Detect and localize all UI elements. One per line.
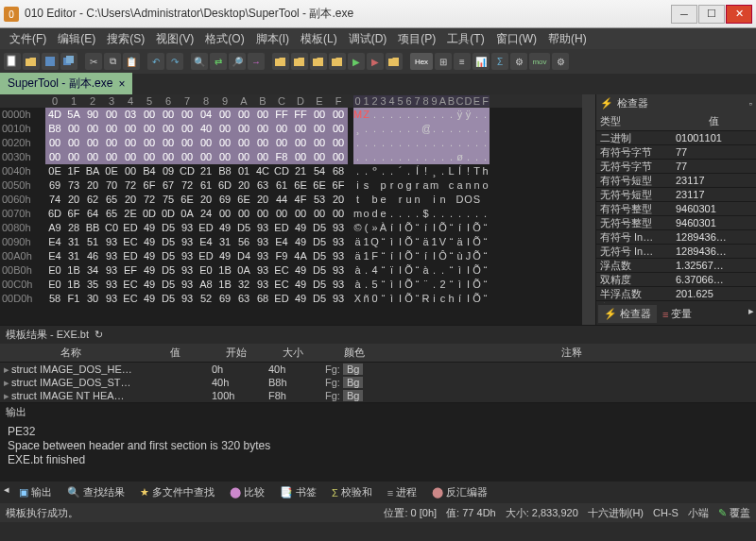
compare-icon[interactable]: ≡ bbox=[454, 53, 471, 70]
menu-debug[interactable]: 调试(D) bbox=[343, 29, 393, 49]
inspector-row[interactable]: 双精度6.37066… bbox=[596, 273, 756, 287]
btab-bookmarks[interactable]: 📑书签 bbox=[274, 483, 322, 501]
status-msg: 模板执行成功。 bbox=[6, 506, 78, 520]
new-icon[interactable] bbox=[4, 53, 21, 70]
hex-row[interactable]: 0040h0E1FBA0E00B409CD21B8014CCD215468..º… bbox=[0, 164, 582, 178]
svg-rect-5 bbox=[66, 56, 74, 63]
goto-icon[interactable]: → bbox=[248, 53, 265, 70]
table-row[interactable]: ▸struct IMAGE NT HEA…100hF8hFg: Bg bbox=[0, 389, 756, 402]
redo-icon[interactable]: ↷ bbox=[166, 53, 183, 70]
table-row[interactable]: ▸struct IMAGE_DOS_HE…0h40hFg: Bg bbox=[0, 363, 756, 376]
hex-row[interactable]: 0050h69732070726F6772616D2063616E6E6Fis … bbox=[0, 178, 582, 193]
hex-row[interactable]: 0030h000000000000000000000000F8000000...… bbox=[0, 150, 582, 164]
status-write[interactable]: ✎ 覆盖 bbox=[718, 506, 750, 520]
hex-icon[interactable]: Hex bbox=[410, 53, 433, 70]
minimize-button[interactable]: ─ bbox=[671, 5, 697, 24]
menu-help[interactable]: 帮助(H) bbox=[542, 29, 593, 49]
hex-row[interactable]: 0010hB8000000000000004000000000000000¸..… bbox=[0, 122, 582, 136]
btab-output[interactable]: ▣输出 bbox=[13, 483, 58, 501]
status-endian[interactable]: 小端 bbox=[688, 506, 709, 520]
save-icon[interactable] bbox=[42, 53, 59, 70]
undo-icon[interactable]: ↶ bbox=[147, 53, 164, 70]
hex-row[interactable]: 0070h6D6F64652E0D0D0A2400000000000000mod… bbox=[0, 207, 582, 221]
hex-row[interactable]: 00C0hE01B3593EC49D593A81B3293EC49D593à.5… bbox=[0, 278, 582, 292]
maximize-button[interactable]: ☐ bbox=[698, 5, 725, 24]
inspector-tab-vars[interactable]: ≡变量 bbox=[657, 305, 697, 323]
btab-findfiles[interactable]: ★多文件中查找 bbox=[134, 483, 220, 501]
inspector-row[interactable]: 无符号 In…1289436… bbox=[596, 245, 756, 259]
folder3-icon[interactable] bbox=[310, 53, 327, 70]
folder6-icon[interactable] bbox=[386, 53, 403, 70]
tool1-icon[interactable]: ⚙ bbox=[510, 53, 527, 70]
btab-checksum[interactable]: Σ校验和 bbox=[326, 483, 378, 501]
menu-tools[interactable]: 工具(T) bbox=[441, 29, 490, 49]
inspector-row[interactable]: 浮点数1.32567… bbox=[596, 259, 756, 273]
inspector-row[interactable]: 无符号短型23117 bbox=[596, 188, 756, 202]
inspector-row[interactable]: 有符号整型9460301 bbox=[596, 202, 756, 216]
hex-scrollbar[interactable] bbox=[582, 94, 595, 325]
hex-row[interactable]: 0090hE4315193EC49D593E4315693E449D593ä1Q… bbox=[0, 235, 582, 249]
hex-row[interactable]: 00D0h58F13093EC49D59352696368ED49D593Xñ0… bbox=[0, 292, 582, 306]
inspector-row[interactable]: 二进制01001101 bbox=[596, 131, 756, 145]
menu-view[interactable]: 视图(V) bbox=[150, 29, 199, 49]
copy-icon[interactable]: ⧉ bbox=[104, 53, 121, 70]
menu-format[interactable]: 格式(O) bbox=[199, 29, 249, 49]
replace-icon[interactable]: ⇄ bbox=[210, 53, 227, 70]
find-icon[interactable]: 🔍 bbox=[191, 53, 208, 70]
menu-file[interactable]: 文件(F) bbox=[4, 29, 52, 49]
status-chs[interactable]: CH-S bbox=[653, 507, 679, 518]
run-icon[interactable]: ▶ bbox=[348, 53, 365, 70]
refresh-icon[interactable]: ↻ bbox=[94, 329, 103, 341]
menubar: 文件(F) 编辑(E) 搜索(S) 视图(V) 格式(O) 脚本(I) 模板(L… bbox=[0, 28, 756, 49]
hex-row[interactable]: 0080hA928BBC0ED49D593ED49D593ED49D593©(»… bbox=[0, 221, 582, 235]
btab-process[interactable]: ≡进程 bbox=[382, 483, 422, 501]
titlebar: 0 010 Editor - C:\Users\Administrator\De… bbox=[0, 0, 756, 28]
histogram-icon[interactable]: 📊 bbox=[472, 53, 490, 70]
hex-row[interactable]: 00A0hE4314693ED49D593ED49D493F94AD593ä1F… bbox=[0, 249, 582, 263]
inspector-row[interactable]: 有符号 In…1289436… bbox=[596, 230, 756, 245]
file-tab[interactable]: SuperTool - 副本.exe × bbox=[0, 73, 132, 94]
inspector-row[interactable]: 有符号字节77 bbox=[596, 145, 756, 160]
inspector-row[interactable]: 无符号字节77 bbox=[596, 160, 756, 174]
btab-disasm[interactable]: ⬤反汇编器 bbox=[426, 483, 493, 501]
saveall-icon[interactable] bbox=[60, 53, 77, 70]
float-icon[interactable]: ▫ bbox=[749, 99, 752, 109]
checksum-icon[interactable]: Σ bbox=[491, 53, 508, 70]
status-enc[interactable]: 十六进制(H) bbox=[588, 506, 644, 520]
tpl-header: 名称 值 开始 大小 颜色 注释 bbox=[0, 344, 756, 363]
menu-project[interactable]: 项目(P) bbox=[392, 29, 441, 49]
menu-edit[interactable]: 编辑(E) bbox=[52, 29, 101, 49]
inspector-row[interactable]: 半浮点数201.625 bbox=[596, 287, 756, 301]
tab-close-icon[interactable]: × bbox=[118, 77, 125, 91]
lightning-icon: ⚡ bbox=[604, 308, 617, 320]
hex-row[interactable]: 0000h4D5A90000300000004000000FFFF0000MZ.… bbox=[0, 108, 582, 122]
btab-find[interactable]: 🔍查找结果 bbox=[61, 483, 130, 501]
inspector-row[interactable]: 有符号短型23117 bbox=[596, 174, 756, 188]
table-row[interactable]: ▸struct IMAGE_DOS_ST…40hB8hFg: Bg bbox=[0, 376, 756, 389]
paste-icon[interactable]: 📋 bbox=[123, 53, 140, 70]
hex-editor[interactable]: 0123456789ABCDEF 0123456789ABCDEF 0000h4… bbox=[0, 94, 582, 325]
inspector-tab-inspector[interactable]: ⚡检查器 bbox=[598, 305, 657, 323]
mov-icon[interactable]: mov bbox=[529, 53, 550, 70]
settings-icon[interactable]: ⚙ bbox=[552, 53, 569, 70]
hex-row[interactable]: 00B0hE01B3493EF49D593E01B0A93EC49D593à.4… bbox=[0, 263, 582, 278]
hex-row[interactable]: 0060h742062652072756E20696E20444F5320t b… bbox=[0, 193, 582, 207]
inspector-row[interactable]: 无符号整型9460301 bbox=[596, 216, 756, 230]
hex-row[interactable]: 0020h00000000000000000000000000000000...… bbox=[0, 136, 582, 150]
close-button[interactable]: ✕ bbox=[726, 5, 752, 24]
folder2-icon[interactable] bbox=[291, 53, 308, 70]
arrow-right-icon[interactable]: ▸ bbox=[748, 305, 754, 323]
arrow-left-icon[interactable]: ◂ bbox=[4, 483, 9, 501]
btab-compare[interactable]: ⬤比较 bbox=[224, 483, 270, 501]
cut-icon[interactable]: ✂ bbox=[85, 53, 102, 70]
menu-search[interactable]: 搜索(S) bbox=[101, 29, 150, 49]
menu-template[interactable]: 模板(L) bbox=[295, 29, 343, 49]
folder1-icon[interactable] bbox=[272, 53, 289, 70]
folder5-icon[interactable]: ▶ bbox=[367, 53, 384, 70]
findfiles-icon[interactable]: 🔎 bbox=[229, 53, 246, 70]
calc-icon[interactable]: ⊞ bbox=[435, 53, 452, 70]
menu-window[interactable]: 窗口(W) bbox=[490, 29, 542, 49]
folder4-icon[interactable] bbox=[329, 53, 346, 70]
open-icon[interactable] bbox=[23, 53, 40, 70]
menu-script[interactable]: 脚本(I) bbox=[250, 29, 295, 49]
